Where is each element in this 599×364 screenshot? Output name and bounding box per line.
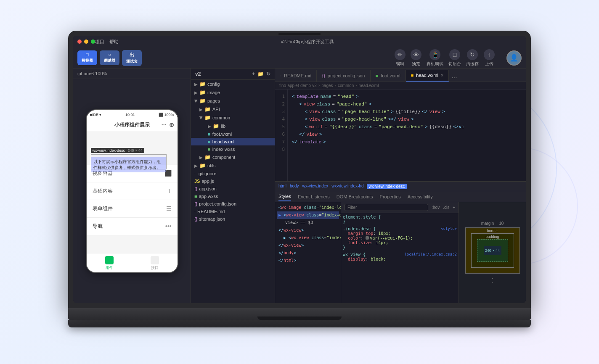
- simulator-btn[interactable]: □ 模拟器: [77, 50, 97, 65]
- add-style-icon[interactable]: +: [453, 205, 455, 210]
- menu-help[interactable]: 帮助: [109, 39, 119, 45]
- code-line-7: </template>: [292, 138, 522, 146]
- box-model-labels: margin 10: [481, 221, 504, 226]
- device-debug-action[interactable]: 📱 真机调试: [427, 49, 443, 67]
- tree-item-app-wxss[interactable]: ■ app.wxss: [191, 193, 275, 200]
- tree-label: app.wxss: [199, 194, 218, 199]
- hover-pseudo-icon[interactable]: :hov: [432, 205, 440, 210]
- dom-tag-wx-view-index-hd[interactable]: wx-view.index-hd: [331, 184, 363, 189]
- editor-area: · README.md {} project.config.json ■ foo…: [275, 69, 526, 303]
- dom-tag-wx-view-index-desc[interactable]: wx-view.index-desc: [367, 184, 406, 189]
- simulator-icon: □: [86, 52, 89, 57]
- upload-action[interactable]: ↑ 上传: [484, 49, 495, 67]
- edit-action[interactable]: ✏ 编辑: [395, 49, 406, 67]
- time: 10:01: [125, 113, 135, 117]
- line-8: 8: [275, 146, 287, 153]
- dom-tag-html[interactable]: html: [278, 184, 286, 189]
- nav-item-form[interactable]: 表单组件 ☰: [87, 200, 178, 218]
- tree-item-readme[interactable]: · README.md: [191, 208, 275, 215]
- selected-text: 以下将展示小程序官方组件能力，组件样式仅供参考，样式仅供参考者。: [91, 157, 166, 172]
- margin-value: 10: [499, 221, 504, 226]
- test-icon: 出: [130, 52, 134, 58]
- test-label: 测试套: [126, 59, 138, 64]
- phone-tab-api[interactable]: 接口: [151, 256, 159, 271]
- tree-item-utils[interactable]: ▶ 📁 utils: [191, 161, 275, 170]
- tree-label: config: [207, 82, 220, 87]
- menu-project[interactable]: 项目: [95, 39, 104, 45]
- json-icon: {}: [194, 216, 197, 222]
- close-button[interactable]: [77, 40, 82, 44]
- style-rule-element: element.style { }: [343, 215, 457, 224]
- tree-new-folder-icon[interactable]: 📁: [257, 71, 264, 77]
- tree-item-sitemap[interactable]: {} sitemap.json: [191, 215, 275, 223]
- xml-icon: ■: [208, 139, 211, 144]
- clear-cache-action[interactable]: ↻ 清缓存: [466, 49, 479, 67]
- more-icon[interactable]: ···: [162, 121, 167, 128]
- tree-item-foot-wxml[interactable]: ■ foot.wxml: [191, 130, 275, 138]
- tree-item-pages[interactable]: ▶ 📁 pages: [191, 97, 275, 105]
- line-numbers: 1 2 3 4 5 6 7 8: [275, 90, 288, 181]
- tree-item-project-config[interactable]: {} project.config.json: [191, 200, 275, 208]
- tree-item-common[interactable]: ▶ 📁 common: [191, 113, 275, 122]
- phone-tab-components[interactable]: 组件: [105, 256, 114, 271]
- accessibility-tab[interactable]: Accessibility: [408, 193, 433, 201]
- preview-action[interactable]: 👁 预览: [411, 49, 421, 67]
- tab-head-wxml[interactable]: ■ head.wxml ×: [406, 70, 449, 82]
- style-rule-wx-view: wx-view { localfile:/.index.css:2 displa…: [343, 252, 457, 261]
- tree-label: component: [212, 155, 235, 160]
- tab-close-icon[interactable]: ×: [441, 73, 443, 78]
- maximize-button[interactable]: [91, 40, 95, 44]
- tab-foot-wxml[interactable]: ■ foot.wxml: [371, 70, 406, 82]
- tree-label: .gitignore: [197, 171, 216, 176]
- tree-item-api[interactable]: ▶ 📁 API: [191, 105, 275, 113]
- tree-item-config[interactable]: ▶ 📁 config: [191, 80, 275, 88]
- plus-icon[interactable]: ⊕: [169, 121, 174, 128]
- editor-breadcrumb: fino-applet-demo-v2 › pages › common › h…: [275, 82, 526, 90]
- app-title: v2-FinClip小程序开发工具: [119, 39, 496, 45]
- minimize-button[interactable]: [84, 40, 88, 44]
- tree-item-head-wxml[interactable]: ■ head.wxml: [191, 138, 275, 145]
- line-5: 5: [275, 123, 287, 131]
- tree-item-app-js[interactable]: JS app.js: [191, 177, 275, 185]
- dom-tag-body[interactable]: body: [290, 184, 299, 189]
- nav-item-basic-content[interactable]: 基础内容 T: [87, 182, 178, 200]
- padding-bottom-label: -: [492, 280, 493, 285]
- dom-tag-wx-view-index[interactable]: wx-view.index: [302, 184, 329, 189]
- tab-project-config[interactable]: {} project.config.json: [317, 70, 370, 82]
- tree-refresh-icon[interactable]: ↻: [266, 71, 270, 77]
- styles-filter-input[interactable]: [345, 204, 428, 211]
- element-label: wx-view.index-desc 240 × 44: [91, 148, 144, 153]
- test-btn[interactable]: 出 测试套: [122, 50, 142, 66]
- dom-line-6: </body>: [277, 249, 339, 257]
- tree-label: project.config.json: [199, 201, 236, 206]
- arrow-icon: ▶: [199, 116, 204, 119]
- nav-item-navigation[interactable]: 导航 •••: [87, 218, 178, 235]
- tree-item-lib[interactable]: ▶ 📁 lib: [191, 122, 275, 130]
- tree-item-component[interactable]: ▶ 📁 component: [191, 153, 275, 161]
- dom-breakpoints-tab[interactable]: DOM Breakpoints: [337, 193, 373, 201]
- styles-tab[interactable]: Styles: [278, 192, 291, 201]
- code-editor[interactable]: 1 2 3 4 5 6 7 8 <template name="head">: [275, 90, 526, 181]
- tree-item-app-json[interactable]: {} app.json: [191, 185, 275, 193]
- event-listeners-tab[interactable]: Event Listeners: [298, 193, 330, 201]
- debugger-btn[interactable]: ○ 调试器: [100, 50, 119, 65]
- tree-item-gitignore[interactable]: · .gitignore: [191, 170, 275, 177]
- toolbar-actions: ✏ 编辑 👁 预览 📱 真机调试 □ 切后台: [395, 49, 495, 67]
- tree-new-file-icon[interactable]: +: [252, 71, 255, 77]
- tab-more-button[interactable]: ···: [449, 74, 459, 82]
- dom-inspector: <wx-image class="index-logo" src="../res…: [275, 202, 341, 303]
- class-toggle-icon[interactable]: .cls: [443, 205, 449, 210]
- code-text[interactable]: <template name="head"> <view class="page…: [288, 90, 526, 181]
- nav-label-form: 表单组件: [93, 205, 113, 212]
- user-avatar[interactable]: 👤: [506, 50, 522, 66]
- background-action[interactable]: □ 切后台: [448, 49, 461, 67]
- folder-icon: 📁: [204, 106, 211, 112]
- style-rules: element.style { } .index-desc { <style>: [341, 213, 459, 303]
- tree-label: sitemap.json: [199, 216, 225, 222]
- color-swatch: [366, 236, 369, 240]
- tab-readme[interactable]: · README.md: [275, 70, 317, 82]
- properties-tab[interactable]: Properties: [380, 193, 401, 201]
- tree-item-image[interactable]: ▶ 📁 image: [191, 88, 275, 97]
- tree-item-index-wxss[interactable]: ■ index.wxss: [191, 145, 275, 153]
- box-model-diagram: border padding 240 × 44: [465, 227, 520, 274]
